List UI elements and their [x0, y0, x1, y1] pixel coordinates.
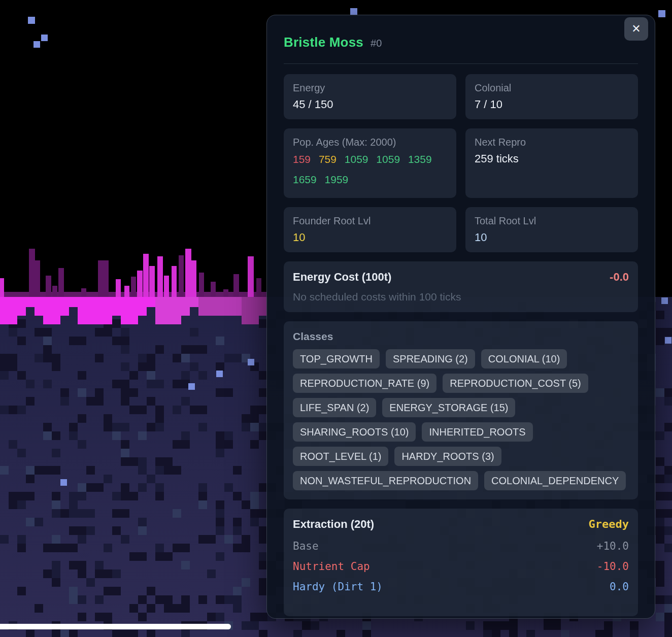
class-tag: COLONIAL (10): [481, 349, 567, 368]
classes-title: Classes: [293, 330, 629, 343]
class-tag: TOP_GROWTH: [293, 349, 380, 368]
stat-value: 259 ticks: [475, 152, 629, 165]
stat-card-pop-ages: Pop. Ages (Max: 2000) 159 759 1059 1059 …: [284, 128, 456, 198]
energy-cost-panel: Energy Cost (100t) -0.0 No scheduled cos…: [284, 261, 638, 312]
close-icon: ✕: [631, 22, 641, 35]
energy-cost-title: Energy Cost (100t): [293, 271, 391, 284]
pop-age-value: 1959: [325, 174, 349, 185]
energy-cost-total: -0.0: [610, 271, 629, 284]
class-tag: NON_WASTEFUL_REPRODUCTION: [293, 471, 478, 490]
stat-label: Total Root Lvl: [475, 215, 629, 227]
stat-grid: Energy 45 / 150 Colonial 7 / 10 Pop. Age…: [284, 74, 638, 252]
bottom-scroll-indicator[interactable]: [0, 624, 231, 629]
stat-card-colonial: Colonial 7 / 10: [465, 74, 638, 119]
extraction-row: Base +10.0: [293, 536, 629, 556]
class-tag: REPRODUCTION_COST (5): [443, 374, 588, 393]
modal-header: Bristle Moss #0 ✕: [284, 15, 638, 64]
class-tag: REPRODUCTION_RATE (9): [293, 374, 436, 393]
organism-name: Bristle Moss: [284, 35, 363, 50]
stat-label: Colonial: [475, 82, 629, 94]
stat-card-next-repro: Next Repro 259 ticks: [465, 128, 638, 198]
extraction-row-label: Base: [293, 536, 319, 556]
stat-card-founder-root: Founder Root Lvl 10: [284, 207, 456, 252]
close-button[interactable]: ✕: [624, 17, 648, 41]
stat-label: Next Repro: [475, 137, 629, 148]
stat-card-total-root: Total Root Lvl 10: [465, 207, 638, 252]
class-tag: ROOT_LEVEL (1): [293, 447, 388, 466]
stat-value: 10: [475, 231, 629, 244]
class-tag: INHERITED_ROOTS: [422, 422, 532, 442]
extraction-title: Extraction (20t): [293, 518, 374, 531]
organism-id: #0: [371, 38, 382, 49]
stat-value: 45 / 150: [293, 98, 447, 111]
stat-label: Energy: [293, 82, 447, 94]
pop-age-value: 1359: [408, 153, 432, 165]
pop-age-value: 1659: [293, 174, 317, 185]
extraction-mode-badge: Greedy: [589, 518, 629, 530]
extraction-row-value: 0.0: [610, 577, 629, 597]
extraction-row-label: Hardy (Dirt 1): [293, 577, 383, 597]
stat-value: 10: [293, 231, 447, 244]
class-tag: HARDY_ROOTS (3): [394, 447, 501, 466]
class-tag-list: TOP_GROWTH SPREADING (2) COLONIAL (10) R…: [293, 349, 629, 490]
pop-ages-list: 159 759 1059 1059 1359 1659 1959: [293, 149, 447, 190]
stat-label: Pop. Ages (Max: 2000): [293, 137, 447, 148]
extraction-row-value: -10.0: [597, 556, 629, 577]
pop-age-value: 1059: [345, 153, 368, 165]
class-tag: SHARING_ROOTS (10): [293, 422, 416, 442]
pop-age-value: 759: [319, 153, 337, 165]
stat-card-energy: Energy 45 / 150: [284, 74, 456, 119]
extraction-row: Hardy (Dirt 1) 0.0: [293, 577, 629, 597]
pop-age-value: 159: [293, 153, 311, 165]
class-tag: SPREADING (2): [386, 349, 475, 368]
extraction-row: Nutrient Cap -10.0: [293, 556, 629, 577]
organism-detail-modal: Bristle Moss #0 ✕ Energy 45 / 150 Coloni…: [266, 15, 655, 619]
pop-age-value: 1059: [376, 153, 400, 165]
class-tag: COLONIAL_DEPENDENCY: [484, 471, 626, 490]
class-tag: LIFE_SPAN (2): [293, 398, 376, 417]
extraction-row-value: +10.0: [597, 536, 629, 556]
stat-label: Founder Root Lvl: [293, 215, 447, 227]
stat-value: 7 / 10: [475, 98, 629, 111]
extraction-row-label: Nutrient Cap: [293, 556, 370, 577]
classes-panel: Classes TOP_GROWTH SPREADING (2) COLONIA…: [284, 321, 638, 499]
extraction-panel: Extraction (20t) Greedy Base +10.0 Nutri…: [284, 509, 638, 616]
extraction-rows: Base +10.0 Nutrient Cap -10.0 Hardy (Dir…: [293, 536, 629, 607]
energy-cost-note: No scheduled costs within 100 ticks: [293, 291, 629, 303]
class-tag: ENERGY_STORAGE (15): [382, 398, 515, 417]
